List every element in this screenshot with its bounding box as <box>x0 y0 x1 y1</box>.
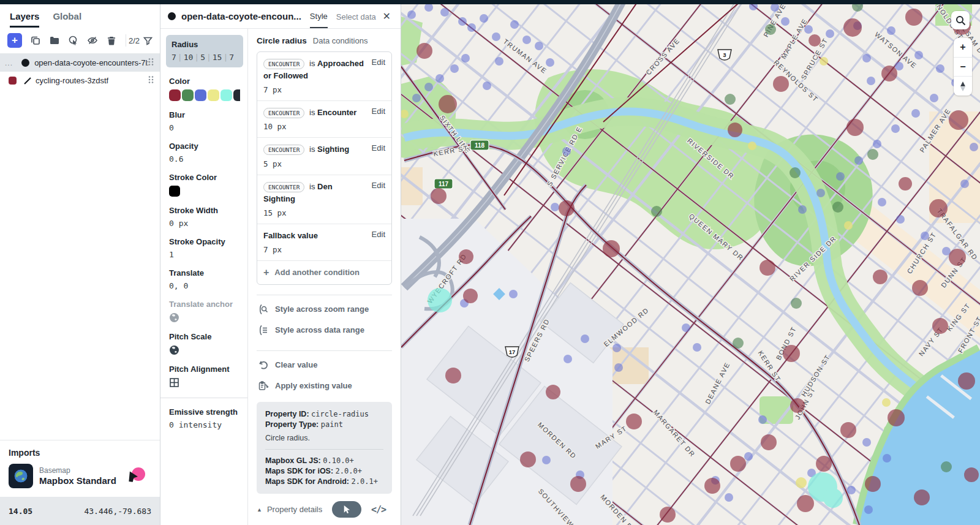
zoom-level: 14.05 <box>9 507 32 516</box>
prop-blur[interactable]: Blur 0 <box>169 110 240 132</box>
property-id-label: Property ID: <box>265 410 309 418</box>
prop-stroke-opacity-label: Stroke Opacity <box>169 237 240 246</box>
prop-stroke-opacity[interactable]: Stroke Opacity 1 <box>169 237 240 259</box>
prop-color[interactable]: Color <box>169 77 240 101</box>
plus-icon: + <box>263 267 269 278</box>
condition-row: ENCOUNTER is EncounterEdit10 px <box>257 101 391 138</box>
prop-pitch-scale[interactable]: Pitch Scale <box>169 332 240 355</box>
prop-radius-values: 7|10|5|15|7 <box>172 53 238 62</box>
tab-select-data[interactable]: Select data <box>336 5 376 28</box>
color-swatch[interactable] <box>208 89 219 101</box>
panel-header: open-data-coyote-encoun... Style Select … <box>160 4 401 29</box>
group-layers-icon[interactable] <box>49 35 60 46</box>
prop-blur-value: 0 <box>169 123 240 132</box>
layer-name: cycling-routes-3zdstf <box>36 76 108 85</box>
data-range-icon <box>258 325 269 336</box>
color-swatch[interactable] <box>182 89 194 101</box>
globe-icon <box>169 312 179 323</box>
value-actions: Clear valueApply existing value <box>257 350 392 396</box>
layer-row-cycling-routes[interactable]: cycling-routes-3zdstf <box>0 72 160 89</box>
globe-icon <box>169 345 179 355</box>
prop-translate[interactable]: Translate 0, 0 <box>169 268 240 290</box>
condition-size: 7 px <box>263 85 385 94</box>
zoom-controls: + − <box>954 38 972 96</box>
imports-section: Imports Basemap Mapbox Standard <box>0 440 160 497</box>
search-button[interactable] <box>951 11 970 29</box>
prop-pitch-alignment[interactable]: Pitch Alignment <box>169 364 240 388</box>
field-chip: ENCOUNTER <box>263 108 304 118</box>
field-chip: ENCOUNTER <box>263 145 304 155</box>
tab-style[interactable]: Style <box>310 4 328 28</box>
zoom-in-button[interactable]: + <box>954 38 972 57</box>
condition-expression: ENCOUNTER is Approached or Followed <box>263 58 385 82</box>
range-actions: Style across zoom rangeStyle across data… <box>257 295 392 341</box>
condition-expression: ENCOUNTER is Den Sighting <box>263 181 385 205</box>
prop-translate-anchor[interactable]: Translate anchor <box>169 300 240 323</box>
action-apply-existing-value[interactable]: Apply existing value <box>257 376 392 396</box>
select-on-map-icon[interactable] <box>68 35 79 46</box>
editor-bottom-bar: ▲ Property details </> <box>257 501 392 518</box>
prop-opacity[interactable]: Opacity 0.6 <box>169 142 240 164</box>
cursor-mode-button[interactable] <box>332 501 361 518</box>
circle-layer-icon <box>21 59 29 67</box>
color-swatch[interactable] <box>195 89 206 101</box>
color-swatches <box>169 89 240 101</box>
tab-layers[interactable]: Layers <box>10 11 39 28</box>
zoom-out-button[interactable]: − <box>954 57 972 77</box>
tab-global[interactable]: Global <box>53 11 81 28</box>
property-details-toggle-label: Property details <box>267 505 322 514</box>
color-swatch[interactable] <box>221 89 232 101</box>
condition-row: ENCOUNTER is Approached or FollowedEdit7… <box>257 52 391 101</box>
line-layer-icon <box>23 77 32 85</box>
sdk-version-line: Maps SDK for Android: 2.0.1+ <box>265 477 383 486</box>
drag-handle-icon[interactable] <box>148 75 154 86</box>
highway-shield: 117 <box>434 179 453 189</box>
prop-opacity-label: Opacity <box>169 142 240 151</box>
highway-shield: 118 <box>470 140 489 150</box>
edit-fallback-link[interactable]: Edit <box>372 230 385 239</box>
basemap-import-row[interactable]: Basemap Mapbox Standard <box>9 464 151 488</box>
property-details-toggle[interactable]: ▲ Property details <box>257 505 322 514</box>
property-description: Circle radius. <box>265 434 383 442</box>
action-style-across-zoom-range[interactable]: Style across zoom range <box>257 299 392 320</box>
field-chip: ENCOUNTER <box>263 182 304 192</box>
prop-stroke-width[interactable]: Stroke Width 0 px <box>169 206 240 228</box>
sdk-version-line: Maps SDK for iOS: 2.0.0+ <box>265 467 383 475</box>
svg-text:3: 3 <box>723 51 726 58</box>
layer-row-coyote-encounters[interactable]: ... open-data-coyote-encounters-7lx... <box>0 54 160 72</box>
prop-radius[interactable]: Radius 7|10|5|15|7 <box>166 35 243 67</box>
property-divider <box>160 398 247 398</box>
condition-expression: ENCOUNTER is Sighting <box>263 143 385 156</box>
prop-color-label: Color <box>169 77 240 86</box>
color-swatch[interactable] <box>169 89 181 101</box>
duplicate-layer-icon[interactable] <box>30 35 41 46</box>
layer-style-panel: open-data-coyote-encoun... Style Select … <box>160 4 401 525</box>
condition-size: 15 px <box>263 208 385 217</box>
map-canvas[interactable]: SIXTH LINETRUMAN AVES SERVICE RD ECROSS … <box>401 4 980 525</box>
prop-translate-label: Translate <box>169 268 240 278</box>
color-swatch[interactable] <box>233 89 240 101</box>
code-view-icon[interactable]: </> <box>371 504 386 515</box>
edit-condition-link[interactable]: Edit <box>372 107 385 116</box>
hide-layer-icon[interactable] <box>87 35 98 46</box>
prop-stroke-color[interactable]: Stroke Color <box>169 173 240 197</box>
prop-translate-anchor-label: Translate anchor <box>169 300 240 309</box>
svg-text:118: 118 <box>475 142 485 149</box>
prop-emissive-label: Emissive strength <box>169 407 240 417</box>
delete-layer-icon[interactable] <box>106 35 117 46</box>
action-style-across-data-range[interactable]: Style across data range <box>257 320 392 341</box>
stroke-color-swatch <box>169 186 180 197</box>
add-layer-button[interactable]: + <box>7 33 22 48</box>
compass-button[interactable] <box>954 76 972 96</box>
edit-condition-link[interactable]: Edit <box>372 143 385 153</box>
filter-layers-icon[interactable] <box>143 36 153 45</box>
close-icon[interactable]: ✕ <box>380 9 393 23</box>
prop-emissive[interactable]: Emissive strength 0 intensity <box>169 407 240 429</box>
edit-condition-link[interactable]: Edit <box>372 181 385 190</box>
edit-condition-link[interactable]: Edit <box>372 58 385 67</box>
add-condition-button[interactable]: +Add another condition <box>257 261 391 284</box>
drag-handle-icon[interactable] <box>148 58 154 68</box>
action-clear-value[interactable]: Clear value <box>257 355 392 376</box>
editor-heading: Circle radius <box>257 36 307 45</box>
field-chip: ENCOUNTER <box>263 59 304 69</box>
